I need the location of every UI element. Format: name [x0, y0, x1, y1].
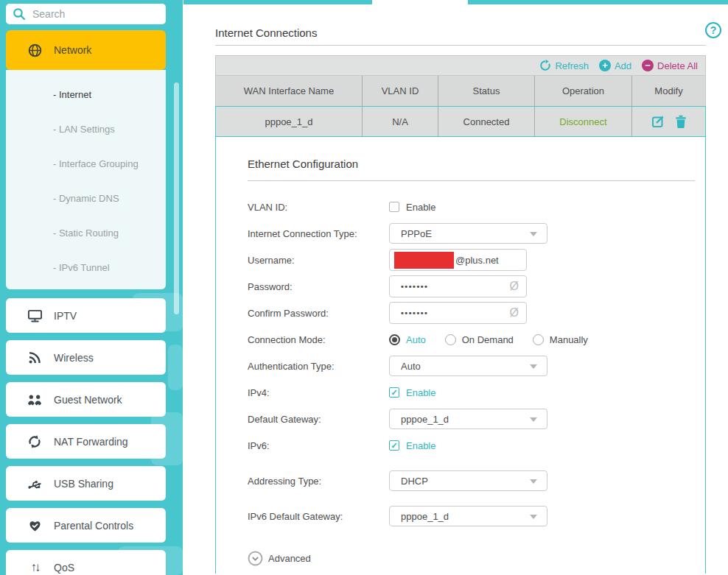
radio-on-demand[interactable] [445, 334, 456, 345]
search-input[interactable] [32, 8, 158, 20]
column-header-status: Status [438, 76, 534, 106]
auth-type-select[interactable]: Auto [389, 356, 547, 376]
submenu-label: - Interface Grouping [53, 158, 139, 169]
sidebar-item-usb-sharing[interactable]: USB Sharing [6, 466, 166, 501]
edit-icon[interactable] [651, 115, 665, 128]
column-header-vlan-id: VLAN ID [362, 76, 438, 106]
divider [215, 45, 706, 46]
connection-mode-label: Connection Mode: [248, 334, 389, 345]
default-gateway-label: Default Gateway: [248, 414, 389, 425]
vlan-enable-checkbox[interactable] [389, 202, 399, 212]
heart-check-icon [26, 518, 43, 532]
submenu-label: - Dynamic DNS [53, 193, 119, 204]
sidebar-item-iptv[interactable]: IPTV [6, 298, 166, 333]
connection-type-select[interactable]: PPPoE [389, 223, 547, 244]
trash-icon[interactable] [675, 115, 687, 128]
default-gateway-select[interactable]: pppoe_1_d [389, 409, 547, 429]
radio-manually[interactable] [533, 334, 544, 345]
help-button[interactable]: ? [705, 22, 721, 38]
submenu-label: - IPv6 Tunnel [53, 262, 110, 273]
sidebar-item-guest-network[interactable]: Guest Network [6, 382, 166, 417]
submenu-item-internet[interactable]: - Internet [6, 77, 166, 112]
submenu-item-static-routing[interactable]: - Static Routing [6, 216, 166, 250]
monitor-icon [26, 308, 43, 323]
ipv4-label: IPv4: [248, 387, 389, 398]
submenu-label: - LAN Settings [53, 124, 115, 135]
ipv6-enable-label: Enable [406, 440, 435, 451]
cell-wan-interface-name: pppoe_1_d [216, 107, 362, 136]
active-tab[interactable] [372, 0, 468, 4]
submenu-item-ipv6-tunnel[interactable]: - IPv6 Tunnel [6, 250, 166, 285]
password-value: ••••••• [394, 282, 428, 291]
sidebar-item-network[interactable]: Network [6, 30, 166, 70]
confirm-password-label: Confirm Password: [248, 308, 389, 319]
main-content: ? Internet Connections Refresh + Add − D… [183, 0, 728, 575]
auth-type-value: Auto [401, 361, 421, 372]
sidebar-decor [168, 345, 183, 390]
refresh-label: Refresh [555, 60, 589, 71]
confirm-password-value: ••••••• [394, 308, 428, 317]
top-tab-bar [183, 0, 728, 4]
chevron-circle-icon [248, 551, 263, 566]
advanced-label: Advanced [268, 553, 311, 564]
vlan-id-label: VLAN ID: [248, 202, 389, 213]
sidebar-item-wireless[interactable]: Wireless [6, 340, 166, 375]
confirm-password-field[interactable]: •••••••Ø [389, 302, 527, 324]
eye-slash-icon[interactable]: Ø [510, 306, 519, 320]
ipv6-default-gateway-select[interactable]: pppoe_1_d [389, 506, 547, 526]
password-field[interactable]: •••••••Ø [389, 275, 527, 297]
connection-type-label: Internet Connection Type: [248, 228, 389, 239]
radio-on-demand-label: On Demand [462, 334, 514, 345]
ipv6-default-gateway-label: IPv6 Default Gateway: [248, 511, 389, 522]
default-gateway-value: pppoe_1_d [401, 414, 449, 425]
add-button[interactable]: + Add [599, 60, 631, 71]
advanced-toggle[interactable]: Advanced [248, 551, 311, 566]
connection-edit-panel: Ethernet Configuration VLAN ID: Enable I… [215, 137, 706, 574]
connections-table: Refresh + Add − Delete All WAN Interface… [215, 55, 706, 574]
sidebar-item-nat-forwarding[interactable]: NAT Forwarding [6, 424, 166, 459]
radio-manually-label: Manually [550, 334, 588, 345]
sidebar-item-label: Guest Network [54, 394, 122, 406]
radio-auto-label: Auto [406, 334, 426, 345]
username-field[interactable]: @plus.net [389, 249, 527, 271]
up-down-arrows-icon: ↑↓ [26, 560, 43, 575]
delete-all-button[interactable]: − Delete All [642, 60, 698, 71]
sidebar-item-parental-controls[interactable]: Parental Controls [6, 508, 166, 543]
ipv6-enable-checkbox[interactable]: ✓ [389, 440, 399, 451]
refresh-icon [539, 60, 551, 71]
router-admin-page: Network - Internet - LAN Settings - Inte… [0, 0, 728, 575]
table-header: WAN Interface Name VLAN ID Status Operat… [215, 76, 706, 106]
connection-type-value: PPPoE [401, 228, 432, 239]
submenu-item-lan-settings[interactable]: - LAN Settings [6, 112, 166, 147]
network-submenu: - Internet - LAN Settings - Interface Gr… [6, 70, 166, 289]
plus-icon: + [599, 60, 611, 71]
refresh-button[interactable]: Refresh [539, 60, 589, 71]
disconnect-link[interactable]: Disconnect [559, 116, 606, 127]
sidebar-scrollbar[interactable] [174, 82, 179, 314]
vlan-enable-label: Enable [406, 202, 435, 213]
ipv4-enable-checkbox[interactable]: ✓ [389, 387, 399, 398]
search-box[interactable] [6, 4, 166, 24]
minus-icon: − [642, 60, 654, 71]
chevron-down-icon [530, 364, 537, 369]
submenu-item-interface-grouping[interactable]: - Interface Grouping [6, 147, 166, 181]
ipv6-default-gateway-value: pppoe_1_d [401, 511, 449, 522]
redaction-block [394, 252, 454, 269]
sidebar-item-label: USB Sharing [54, 478, 113, 490]
sidebar-item-label: NAT Forwarding [54, 436, 128, 448]
table-row[interactable]: pppoe_1_d N/A Connected Disconnect [215, 106, 706, 137]
submenu-item-dynamic-dns[interactable]: - Dynamic DNS [6, 181, 166, 216]
username-suffix: @plus.net [455, 255, 499, 266]
ipv6-label: IPv6: [248, 440, 389, 451]
eye-slash-icon[interactable]: Ø [510, 280, 519, 293]
column-header-operation: Operation [534, 76, 631, 106]
section-title: Ethernet Configuration [248, 158, 358, 170]
submenu-label: - Static Routing [53, 227, 119, 239]
auth-type-label: Authentication Type: [248, 361, 389, 372]
sidebar-item-qos[interactable]: ↑↓ QoS [6, 550, 166, 575]
chevron-down-icon [530, 232, 537, 236]
radio-auto[interactable] [389, 334, 400, 345]
page-title: Internet Connections [215, 27, 317, 39]
addressing-type-select[interactable]: DHCP [389, 470, 547, 491]
addressing-type-value: DHCP [401, 476, 428, 487]
